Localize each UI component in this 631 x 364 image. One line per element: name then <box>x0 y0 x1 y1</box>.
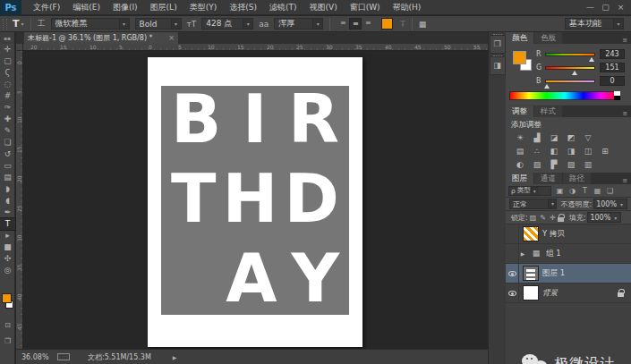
shape-tool[interactable]: ■ <box>0 241 15 253</box>
filter-adjustment-layers-icon[interactable]: ◑ <box>567 187 577 195</box>
quick-selection-tool[interactable]: ◌ <box>0 79 15 90</box>
anti-alias-select[interactable]: 浑厚▾ <box>274 18 323 30</box>
exposure-icon[interactable]: ◩ <box>566 133 576 143</box>
tab-close-icon[interactable]: × <box>165 32 175 44</box>
photo-filter-icon[interactable]: ◨ <box>566 147 576 157</box>
visibility-toggle[interactable] <box>506 284 519 303</box>
menu-item[interactable]: 图像(I) <box>107 0 144 15</box>
panel-menu-icon[interactable]: ≡ <box>622 110 631 117</box>
panel-tab[interactable]: 调整 <box>506 106 533 117</box>
path-selection-tool[interactable]: ▸ <box>0 230 15 241</box>
history-brush-tool[interactable]: ↺ <box>0 148 15 160</box>
lock-pixels-icon[interactable]: ✎ <box>540 214 546 222</box>
channel-slider[interactable] <box>545 80 595 83</box>
clone-stamp-tool[interactable]: ❏ <box>0 137 15 148</box>
workspace-select[interactable]: 基本功能▾ <box>565 18 624 30</box>
invert-icon[interactable]: ◐ <box>515 160 525 170</box>
collapsed-properties-panel-icon[interactable]: ◨ <box>490 56 506 75</box>
panel-tab[interactable]: 图层 <box>506 173 533 184</box>
align-left-button[interactable]: ≡ <box>337 18 349 30</box>
font-style-select[interactable]: Bold▾ <box>135 18 182 30</box>
channel-slider[interactable] <box>545 66 595 70</box>
brush-tool[interactable]: ✎ <box>0 125 15 137</box>
lock-all-icon[interactable] <box>558 217 564 222</box>
menu-item[interactable]: 类型(Y) <box>183 0 224 15</box>
warp-text-icon[interactable]: Ŧ <box>397 20 408 29</box>
font-family-select[interactable]: 微软雅黑▾ <box>51 18 130 30</box>
图层 1[interactable]: 图层 1 <box>506 264 631 284</box>
panel-tab[interactable]: 路径 <box>563 173 591 184</box>
channel-value-input[interactable]: 0 <box>600 76 625 86</box>
layer-filter-kind-select[interactable]: ρ 类型 ▾ <box>508 186 551 196</box>
close-button[interactable]: × <box>613 1 628 14</box>
channel-value-input[interactable]: 243 <box>600 49 625 59</box>
hue-saturation-icon[interactable]: ▤ <box>515 147 525 157</box>
filter-type-layers-icon[interactable]: T <box>580 187 590 195</box>
menu-item[interactable]: 选择(S) <box>223 0 263 15</box>
opacity-input[interactable]: 100%▾ <box>593 199 627 209</box>
eyedropper-tool[interactable]: ✑ <box>0 102 15 114</box>
levels-icon[interactable]: ▟ <box>532 133 542 143</box>
lasso-tool[interactable]: Ϛ <box>0 67 15 79</box>
背景[interactable]: 背景 <box>506 284 631 303</box>
type-tool[interactable]: T <box>0 218 15 230</box>
lock-transparency-icon[interactable]: ▨ <box>530 214 537 222</box>
marquee-tool[interactable]: ▢ <box>0 55 15 67</box>
minimize-button[interactable]: — <box>583 1 598 14</box>
gradient-tool[interactable]: ▤ <box>0 172 15 183</box>
posterize-icon[interactable]: ▨ <box>532 160 542 170</box>
pen-tool[interactable]: ✒ <box>0 207 15 218</box>
align-right-button[interactable]: ≡ <box>362 18 374 30</box>
screen-mode-button[interactable]: ❐ <box>0 337 15 345</box>
组 1[interactable]: ▶ ▦ 组 1 <box>506 244 631 264</box>
maximize-button[interactable]: ▢ <box>598 1 613 14</box>
brightness-contrast-icon[interactable]: ☀ <box>515 133 525 143</box>
color-spectrum-ramp[interactable] <box>509 91 620 100</box>
type-tool-preset-button[interactable]: T▾ <box>10 18 27 30</box>
status-bar-menu-arrow-icon[interactable]: ▶ <box>173 354 177 360</box>
color-lookup-icon[interactable]: ⊞ <box>600 147 610 157</box>
group-expander-icon[interactable]: ▶ <box>519 250 526 257</box>
menu-item[interactable]: 视图(V) <box>303 0 343 15</box>
panel-tab[interactable]: 色板 <box>534 32 562 44</box>
align-center-button[interactable]: ≡ <box>349 18 362 30</box>
zoom-tool[interactable]: ◎ <box>0 265 15 276</box>
document-tab[interactable]: 未标题-1 @ 36.1% (图层 1, RGB/8) * × <box>24 32 178 44</box>
gradient-map-icon[interactable]: ▥ <box>583 160 593 170</box>
panel-menu-icon[interactable]: ≡ <box>622 177 631 184</box>
hand-tool[interactable]: ✣ <box>0 253 15 265</box>
crop-tool[interactable]: # <box>0 90 15 102</box>
text-orientation-icon[interactable]: 工 <box>35 18 48 30</box>
canvas-page[interactable]: BIR THD AY <box>148 57 362 347</box>
menu-item[interactable]: 帮助(H) <box>387 0 428 15</box>
menu-item[interactable]: 窗口(W) <box>344 0 387 15</box>
filter-smart-objects-icon[interactable]: ❏ <box>605 187 615 195</box>
channel-slider[interactable] <box>545 53 595 56</box>
channel-value-input[interactable]: 151 <box>600 63 625 72</box>
color-balance-icon[interactable]: ∴ <box>532 147 542 157</box>
curves-icon[interactable]: ◪ <box>549 133 559 143</box>
toggle-panels-icon[interactable]: ▦ <box>416 20 430 29</box>
eraser-tool[interactable]: ▭ <box>0 160 15 172</box>
threshold-icon[interactable]: ▛ <box>549 160 559 170</box>
panel-tab[interactable]: 通道 <box>534 173 562 184</box>
options-bar-grip[interactable] <box>3 19 7 30</box>
channel-mixer-icon[interactable]: ◫ <box>583 147 593 157</box>
black-white-icon[interactable]: ◧ <box>549 147 559 157</box>
vibrance-icon[interactable]: ▽ <box>583 133 593 143</box>
move-tool[interactable]: ✛ <box>0 44 15 55</box>
menu-item[interactable]: 文件(F) <box>27 0 66 15</box>
blur-tool[interactable]: ◗ <box>0 183 15 195</box>
panel-tab[interactable]: 样式 <box>534 106 562 117</box>
toolbar-collapse-button[interactable]: ▪▪ <box>0 32 15 44</box>
visibility-toggle[interactable] <box>506 244 519 264</box>
horizontal-ruler[interactable]: 20151050510152025303540455055 <box>16 44 488 51</box>
filter-pixel-layers-icon[interactable]: ▣ <box>555 187 565 195</box>
foreground-color-swatch[interactable] <box>2 293 12 303</box>
vertical-ruler[interactable]: 051015202530354045 <box>16 51 23 349</box>
quick-mask-button[interactable]: ⊡ <box>0 321 15 329</box>
slider-handle[interactable] <box>544 84 550 89</box>
collapsed-history-panel-icon[interactable]: ❒ <box>490 35 506 54</box>
Y 拷贝[interactable]: Y 拷贝 <box>506 224 631 244</box>
visibility-toggle[interactable] <box>506 264 519 284</box>
